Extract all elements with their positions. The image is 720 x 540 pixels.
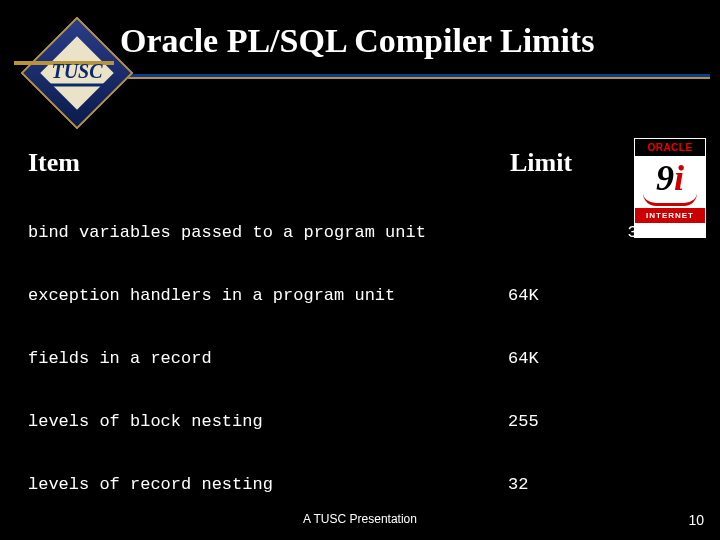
slide: TUSC Oracle PL/SQL Compiler Limits Item … (0, 0, 720, 540)
table-row: fields in a record 64K (28, 348, 658, 369)
header-item: Item (28, 148, 80, 178)
cell-limit: 255 (508, 411, 588, 432)
cell-limit-alt (588, 285, 658, 306)
table-row: bind variables passed to a program unit … (28, 222, 658, 243)
header-limit: Limit (510, 148, 572, 178)
limits-table: bind variables passed to a program unit … (28, 180, 658, 540)
cell-item: levels of record nesting (28, 474, 508, 495)
rule-gold (120, 77, 710, 79)
cell-limit: 32 (508, 474, 588, 495)
logo-text: TUSC (49, 60, 104, 87)
oracle-9i-badge: ORACLE 9i INTERNET (634, 138, 706, 238)
oracle-9: 9 (656, 158, 674, 198)
tusc-logo: TUSC (22, 18, 132, 128)
table-row: levels of block nesting 255 (28, 411, 658, 432)
cell-limit-alt (588, 411, 658, 432)
oracle-badge-mid: 9i (635, 156, 705, 208)
table-row: exception handlers in a program unit 64K (28, 285, 658, 306)
oracle-badge-bot: INTERNET (635, 208, 705, 223)
footer-text: A TUSC Presentation (0, 512, 720, 526)
cell-limit-alt (588, 348, 658, 369)
cell-item: fields in a record (28, 348, 508, 369)
oracle-swoosh-icon (643, 193, 697, 206)
table-row: levels of record nesting 32 (28, 474, 658, 495)
cell-limit: 64K (508, 348, 588, 369)
cell-limit-alt (588, 474, 658, 495)
oracle-9i-text: 9i (635, 160, 705, 196)
cell-item: exception handlers in a program unit (28, 285, 508, 306)
cell-limit (508, 222, 588, 243)
oracle-badge-top: ORACLE (635, 139, 705, 156)
oracle-i: i (674, 158, 684, 198)
page-number: 10 (688, 512, 704, 528)
cell-item: bind variables passed to a program unit (28, 222, 508, 243)
cell-item: levels of block nesting (28, 411, 508, 432)
page-title: Oracle PL/SQL Compiler Limits (120, 22, 700, 60)
cell-limit: 64K (508, 285, 588, 306)
